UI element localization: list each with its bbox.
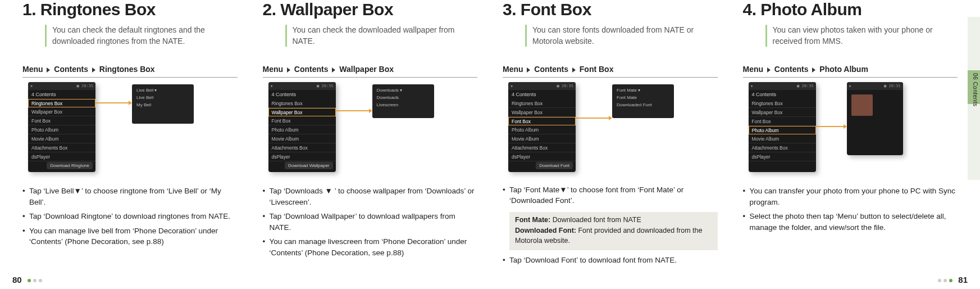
screenshot-area: ▪■ 20:35 4 Contents Ringtones Box Wallpa… bbox=[22, 82, 238, 178]
sub-item: Livescreen bbox=[375, 101, 432, 109]
section-intro: You can check the default ringtones and … bbox=[45, 25, 238, 47]
crumb-leaf: Ringtones Box bbox=[99, 65, 155, 74]
side-tab-label: 06 Contents bbox=[969, 73, 978, 106]
crumb-menu: Menu bbox=[503, 65, 523, 74]
crumb-leaf: Photo Album bbox=[819, 65, 868, 74]
menu-item: Movie Album bbox=[508, 134, 576, 143]
photo-thumb bbox=[851, 94, 873, 116]
section-ringtones: 1. Ringtones Box You can check the defau… bbox=[22, 0, 238, 269]
menu-item: dsPlayer bbox=[28, 152, 95, 161]
menu-item: Attachments Box bbox=[508, 143, 576, 152]
info-box: Font Mate: Downloaded font from NATE Dow… bbox=[509, 212, 718, 251]
sub-item: Downloads ▾ bbox=[375, 87, 432, 94]
status-bar: ▪■ 20:35 bbox=[749, 82, 816, 90]
menu-item: dsPlayer bbox=[508, 152, 576, 161]
menu-item: Font Box bbox=[749, 117, 816, 126]
bullet-item: You can manage live bell from ‘Phone Dec… bbox=[22, 225, 238, 247]
menu-item: Wallpaper Box bbox=[749, 108, 816, 117]
section-title: 1. Ringtones Box bbox=[22, 0, 238, 19]
screen-header: 4 Contents bbox=[508, 90, 576, 99]
phone-sub: Font Mate ▾ Font Mate Downloaded Font bbox=[612, 84, 674, 118]
screenshot-area: ▪■ 20:35 4 Contents Ringtones Box Wallpa… bbox=[503, 82, 718, 177]
status-bar: ▪■ 20:35 bbox=[508, 82, 576, 90]
section-title: 2. Wallpaper Box bbox=[263, 0, 478, 19]
menu-item: Font Box bbox=[268, 116, 336, 125]
download-button: Download Wallpaper bbox=[285, 162, 333, 169]
bullet-item: Tap ‘Font Mate▼’ to choose font from ‘Fo… bbox=[503, 184, 718, 206]
download-button: Download Ringtone bbox=[47, 162, 93, 169]
crumb-contents: Contents bbox=[54, 65, 88, 74]
breadcrumb: Menu Contents Ringtones Box bbox=[22, 62, 238, 78]
info-label: Font Mate: bbox=[515, 216, 550, 224]
sub-item: Downloaded Font bbox=[614, 101, 672, 109]
bullet-item: Tap ‘Download Ringtone’ to download ring… bbox=[22, 211, 238, 222]
chevron-right-icon bbox=[47, 67, 50, 73]
bullet-item: Tap ‘Downloads ▼ ’ to choose wallpaper f… bbox=[263, 186, 478, 207]
bullet-list: Tap ‘Font Mate▼’ to choose font from ‘Fo… bbox=[503, 184, 718, 210]
bullet-item: Select the photo then tap ‘Menu’ button … bbox=[743, 211, 958, 233]
side-tab: 06 Contents bbox=[968, 17, 980, 180]
chevron-right-icon bbox=[812, 67, 815, 73]
page-spread: 1. Ringtones Box You can check the defau… bbox=[0, 0, 980, 289]
menu-item: Movie Album bbox=[28, 134, 95, 143]
phone-sub: Downloads ▾ Downloads Livescreen bbox=[372, 84, 434, 118]
page-dots-icon bbox=[26, 276, 43, 284]
breadcrumb: Menu Contents Photo Album bbox=[743, 62, 958, 78]
section-wallpaper: 2. Wallpaper Box You can check the downl… bbox=[263, 0, 478, 269]
menu-item: Wallpaper Box bbox=[28, 107, 95, 116]
phone-main: ▪■ 20:35 4 Contents Ringtones Box Wallpa… bbox=[268, 82, 336, 172]
phone-sub: Live Bell ▾ Live Bell My Bell bbox=[132, 84, 194, 124]
page-number-left: 80 bbox=[12, 275, 43, 285]
breadcrumb: Menu Contents Wallpaper Box bbox=[263, 62, 478, 78]
chevron-right-icon bbox=[92, 67, 95, 73]
bullet-item: Tap ‘Live Bell▼’ to choose ringtone from… bbox=[22, 186, 238, 207]
sub-item: Font Mate ▾ bbox=[614, 87, 672, 94]
bullet-item: You can manage livescreen from ‘Phone De… bbox=[263, 236, 478, 258]
chevron-right-icon bbox=[572, 67, 576, 73]
phone-main: ▪■ 20:35 4 Contents Ringtones Box Wallpa… bbox=[508, 82, 576, 172]
section-intro: You can check the downloaded wallpaper f… bbox=[285, 25, 478, 47]
bullet-list: Tap ‘Downloads ▼ ’ to choose wallpaper f… bbox=[263, 186, 478, 261]
status-bar: ▪■ 20:35 bbox=[268, 82, 336, 90]
bullet-list: Tap ‘Download Font’ to download font fro… bbox=[503, 255, 718, 269]
sub-item: Live Bell bbox=[134, 94, 192, 101]
status-bar: ▪■ 20:35 bbox=[847, 82, 903, 90]
sub-item: Live Bell ▾ bbox=[134, 87, 192, 94]
phone-main: ▪■ 20:35 4 Contents Ringtones Box Wallpa… bbox=[749, 82, 816, 172]
breadcrumb: Menu Contents Font Box bbox=[503, 62, 718, 78]
menu-item: Font Box bbox=[508, 117, 576, 125]
section-title: 3. Font Box bbox=[503, 0, 718, 19]
menu-item: Wallpaper Box bbox=[268, 108, 336, 116]
crumb-menu: Menu bbox=[263, 65, 284, 74]
menu-item: Photo Album bbox=[749, 126, 816, 134]
crumb-contents: Contents bbox=[774, 65, 809, 74]
screen-header: 4 Contents bbox=[28, 90, 95, 99]
page-number: 80 bbox=[12, 275, 22, 285]
menu-item: Photo Album bbox=[28, 125, 95, 134]
page-number-right: 81 bbox=[937, 275, 968, 285]
menu-item: Movie Album bbox=[268, 134, 336, 143]
crumb-contents: Contents bbox=[534, 65, 568, 74]
phone-secondary: ▪■ 20:35 bbox=[847, 82, 903, 155]
bullet-item: You can transfer your photo from your ph… bbox=[743, 186, 958, 207]
menu-item: Ringtones Box bbox=[28, 99, 95, 107]
screenshot-area: ▪■ 20:35 4 Contents Ringtones Box Wallpa… bbox=[263, 82, 478, 178]
chevron-right-icon bbox=[287, 67, 290, 73]
menu-item: Font Box bbox=[28, 116, 95, 125]
crumb-menu: Menu bbox=[22, 65, 43, 74]
page-dots-icon bbox=[937, 276, 954, 284]
menu-item: Ringtones Box bbox=[749, 99, 816, 108]
section-font: 3. Font Box You can store fonts download… bbox=[503, 0, 718, 269]
menu-item: dsPlayer bbox=[268, 152, 336, 161]
crumb-contents: Contents bbox=[294, 65, 329, 74]
arrow-icon bbox=[816, 126, 844, 127]
chevron-right-icon bbox=[332, 67, 335, 73]
bullet-list: Tap ‘Live Bell▼’ to choose ringtone from… bbox=[22, 186, 238, 251]
menu-item: Ringtones Box bbox=[508, 99, 576, 108]
page-number: 81 bbox=[958, 275, 968, 285]
bullet-item: Tap ‘Download Wallpaper’ to download wal… bbox=[263, 211, 478, 233]
arrow-icon bbox=[95, 102, 129, 103]
arrow-icon bbox=[336, 110, 370, 111]
menu-item: Attachments Box bbox=[28, 143, 95, 152]
crumb-leaf: Wallpaper Box bbox=[339, 65, 394, 74]
